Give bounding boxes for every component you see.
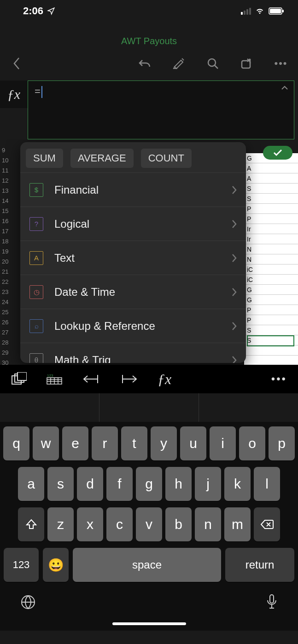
row-header[interactable]: 21 <box>0 268 16 278</box>
shift-key[interactable] <box>18 507 44 541</box>
cell[interactable]: N <box>244 244 298 254</box>
key-k[interactable]: k <box>224 467 251 501</box>
sheets-icon[interactable] <box>11 372 27 386</box>
category-row-lookup-reference[interactable]: ⌕ Lookup & Reference <box>20 309 246 343</box>
cell[interactable]: A <box>244 173 298 184</box>
key-p[interactable]: p <box>269 426 295 460</box>
row-header[interactable]: 17 <box>0 228 16 238</box>
return-key[interactable]: return <box>225 548 294 582</box>
draw-button[interactable] <box>171 56 187 71</box>
key-o[interactable]: o <box>239 426 265 460</box>
row-header[interactable]: 30 <box>0 359 16 365</box>
cell[interactable]: S <box>244 325 298 335</box>
category-row-financial[interactable]: $ Financial <box>20 172 246 207</box>
key-e[interactable]: e <box>62 426 88 460</box>
predictive-slot-3[interactable] <box>199 393 298 422</box>
row-header[interactable]: 16 <box>0 218 16 228</box>
cell[interactable]: P <box>244 214 298 224</box>
cell[interactable]: Ir <box>244 234 298 244</box>
key-y[interactable]: y <box>151 426 177 460</box>
back-button[interactable] <box>9 56 25 71</box>
emoji-key[interactable]: 😀 <box>43 548 69 582</box>
numeric-keyboard-icon[interactable]: 123 <box>46 373 63 385</box>
key-c[interactable]: c <box>106 507 133 541</box>
sheet-column[interactable]: GAASSPPIrIrNNiCiCGGPPSS <box>244 153 298 365</box>
key-v[interactable]: v <box>136 507 162 541</box>
key-n[interactable]: n <box>195 507 221 541</box>
document-title[interactable]: AWT Payouts <box>0 22 298 53</box>
row-header[interactable]: 26 <box>0 319 16 329</box>
space-key[interactable]: space <box>73 548 221 582</box>
formula-input[interactable]: = <box>28 80 294 139</box>
key-u[interactable]: u <box>180 426 206 460</box>
row-header[interactable]: 11 <box>0 167 16 177</box>
key-l[interactable]: l <box>254 467 280 501</box>
row-header[interactable]: 18 <box>0 238 16 248</box>
more-accessory-button[interactable]: ••• <box>271 373 287 385</box>
row-header[interactable]: 14 <box>0 197 16 207</box>
category-row-date-time[interactable]: ◷ Date & Time <box>20 275 246 309</box>
category-row-logical[interactable]: ? Logical <box>20 207 246 241</box>
key-a[interactable]: a <box>18 467 44 501</box>
cell[interactable]: P <box>244 315 298 325</box>
cell[interactable]: N <box>244 254 298 264</box>
key-g[interactable]: g <box>136 467 162 501</box>
confirm-formula-button[interactable] <box>263 146 292 160</box>
cell[interactable]: S <box>244 194 298 204</box>
row-header[interactable]: 20 <box>0 258 16 268</box>
key-r[interactable]: r <box>92 426 118 460</box>
category-row-text[interactable]: A Text <box>20 241 246 275</box>
cell[interactable]: G <box>244 295 298 305</box>
row-header[interactable]: 10 <box>0 157 16 167</box>
key-w[interactable]: w <box>33 426 59 460</box>
key-h[interactable]: h <box>165 467 192 501</box>
more-button[interactable]: ••• <box>273 56 289 71</box>
indent-icon[interactable] <box>120 374 138 384</box>
key-m[interactable]: m <box>224 507 251 541</box>
cell[interactable]: iC <box>244 264 298 275</box>
row-header[interactable]: 27 <box>0 329 16 339</box>
backspace-key[interactable] <box>254 507 280 541</box>
row-header[interactable]: 25 <box>0 309 16 319</box>
cell[interactable]: P <box>244 204 298 214</box>
row-header[interactable]: 12 <box>0 177 16 187</box>
key-f[interactable]: f <box>106 467 133 501</box>
share-button[interactable] <box>239 56 255 71</box>
cell[interactable]: iC <box>244 275 298 285</box>
key-d[interactable]: d <box>77 467 103 501</box>
row-header[interactable]: 28 <box>0 339 16 349</box>
key-j[interactable]: j <box>195 467 221 501</box>
cell[interactable]: S <box>244 184 298 194</box>
row-header[interactable]: 15 <box>0 207 16 218</box>
key-s[interactable]: s <box>47 467 74 501</box>
key-q[interactable]: q <box>3 426 29 460</box>
quick-fn-average[interactable]: AVERAGE <box>70 149 134 168</box>
category-row-math-trig[interactable]: θ Math & Trig <box>20 343 246 363</box>
dictation-key[interactable] <box>266 594 278 610</box>
key-b[interactable]: b <box>165 507 192 541</box>
fx-functions-icon[interactable]: ƒx <box>158 371 171 388</box>
quick-fn-count[interactable]: COUNT <box>141 149 192 168</box>
collapse-formula-icon[interactable] <box>281 86 288 90</box>
globe-key[interactable] <box>20 594 36 610</box>
undo-button[interactable] <box>137 56 152 71</box>
key-z[interactable]: z <box>47 507 74 541</box>
quick-fn-sum[interactable]: SUM <box>26 149 63 168</box>
row-header[interactable]: 22 <box>0 278 16 288</box>
row-header[interactable]: 9 <box>0 147 16 157</box>
key-x[interactable]: x <box>77 507 103 541</box>
key-i[interactable]: i <box>210 426 236 460</box>
key-t[interactable]: t <box>121 426 147 460</box>
row-header[interactable]: 29 <box>0 349 16 359</box>
predictive-slot-1[interactable] <box>0 393 99 422</box>
search-button[interactable] <box>205 56 221 71</box>
row-header[interactable]: 24 <box>0 299 16 309</box>
row-header[interactable]: 23 <box>0 288 16 299</box>
cell[interactable]: P <box>244 305 298 315</box>
cell[interactable]: Ir <box>244 224 298 234</box>
row-header[interactable]: 19 <box>0 248 16 258</box>
predictive-slot-2[interactable] <box>99 393 199 422</box>
row-header[interactable]: 13 <box>0 187 16 197</box>
numbers-key[interactable]: 123 <box>4 548 39 582</box>
cell[interactable]: G <box>244 285 298 295</box>
